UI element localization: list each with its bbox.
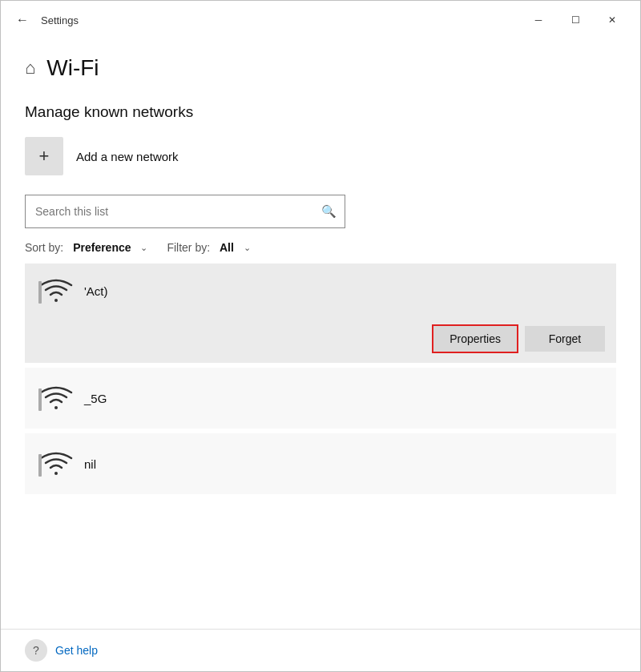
properties-button[interactable]: Properties [433, 326, 517, 352]
page-title: Wi-Fi [46, 55, 99, 81]
search-box: 🔍 [25, 195, 345, 228]
network-name-2: nil [84, 457, 96, 471]
back-icon: ← [16, 13, 29, 27]
forget-button[interactable]: Forget [525, 326, 605, 352]
home-icon: ⌂ [25, 58, 35, 78]
network-item-header-2[interactable]: nil [25, 433, 616, 494]
network-item-header-1[interactable]: _5G [25, 368, 616, 429]
sort-chevron-icon: ⌄ [140, 243, 147, 253]
sort-filter[interactable]: Sort by: Preference ⌄ [25, 241, 147, 254]
filter-value: All [220, 241, 234, 254]
filter-row: Sort by: Preference ⌄ Filter by: All ⌄ [25, 241, 616, 254]
filter-by[interactable]: Filter by: All ⌄ [167, 241, 250, 254]
svg-rect-0 [38, 281, 42, 304]
window-title: Settings [41, 14, 520, 26]
titlebar: ← Settings ─ ☐ ✕ [1, 1, 640, 39]
filter-label: Filter by: [167, 241, 210, 254]
search-button[interactable]: 🔍 [312, 195, 345, 227]
question-icon: ? [33, 644, 39, 657]
list-item: nil [25, 433, 616, 494]
back-button[interactable]: ← [10, 8, 34, 32]
search-input[interactable] [26, 197, 312, 226]
settings-window: ← Settings ─ ☐ ✕ ⌂ Wi-Fi Manage known ne… [0, 0, 641, 672]
minimize-button[interactable]: ─ [520, 7, 557, 33]
maximize-icon: ☐ [571, 14, 580, 26]
svg-rect-2 [38, 454, 42, 477]
add-network-button[interactable]: + [25, 137, 63, 175]
network-list: 'Act) Properties Forget [25, 264, 616, 494]
svg-rect-1 [38, 388, 42, 411]
filter-chevron-icon: ⌄ [244, 243, 251, 253]
add-network-label: Add a new network [76, 150, 179, 163]
main-content: ⌂ Wi-Fi Manage known networks + Add a ne… [1, 39, 640, 629]
network-name-0: 'Act) [84, 284, 108, 298]
wifi-icon-2 [36, 446, 76, 481]
maximize-button[interactable]: ☐ [557, 7, 594, 33]
add-network-row: + Add a new network [25, 137, 616, 175]
section-title: Manage known networks [25, 103, 616, 121]
window-controls: ─ ☐ ✕ [520, 7, 631, 33]
sort-label: Sort by: [25, 241, 63, 254]
wifi-icon-1 [36, 380, 76, 416]
plus-icon: + [39, 146, 50, 167]
network-name-1: _5G [84, 392, 107, 405]
page-header: ⌂ Wi-Fi [25, 55, 616, 81]
search-icon: 🔍 [321, 204, 337, 219]
close-button[interactable]: ✕ [594, 7, 631, 33]
network-item-header-0[interactable]: 'Act) [25, 264, 616, 318]
list-item: 'Act) Properties Forget [25, 264, 616, 363]
help-icon: ? [25, 639, 47, 662]
help-link[interactable]: Get help [55, 644, 98, 657]
wifi-icon-0 [36, 273, 76, 308]
minimize-icon: ─ [535, 14, 542, 26]
close-icon: ✕ [608, 14, 616, 26]
list-item: _5G [25, 368, 616, 429]
sort-value: Preference [73, 241, 131, 254]
network-actions-0: Properties Forget [25, 318, 616, 363]
footer: ? Get help [1, 629, 640, 671]
